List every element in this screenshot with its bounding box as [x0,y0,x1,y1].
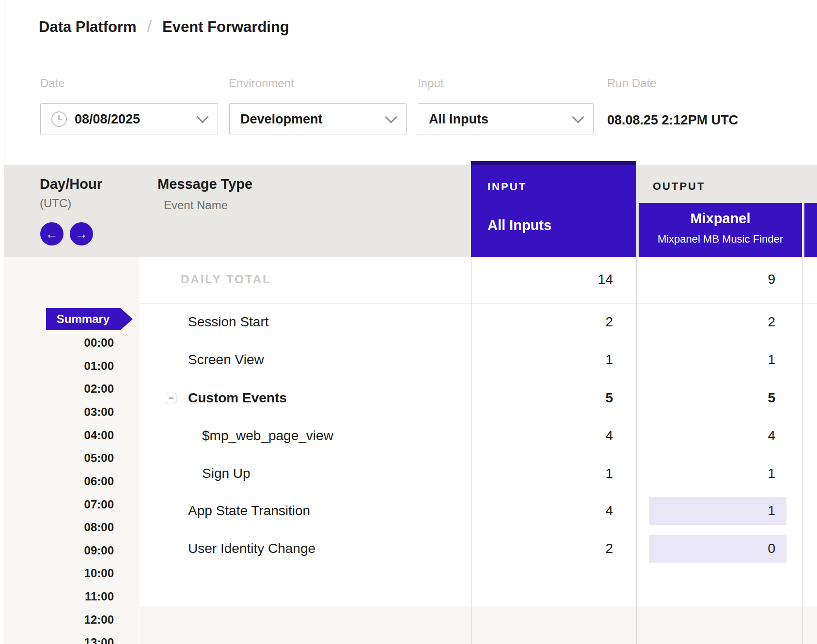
summary-badge-arrow [120,308,133,330]
row-label: Session Start [188,314,269,330]
date-filter-label: Date [40,77,65,90]
date-dropdown-value: 08/08/2025 [75,112,140,127]
row-label: $mp_web_page_view [202,428,333,444]
row-label: User Identity Change [188,541,315,556]
summary-badge-label: Summary [46,308,120,330]
hour-row-label[interactable]: 03:00 [4,405,114,419]
environment-filter-label: Environment [229,77,294,90]
row-label: App State Transition [188,503,310,519]
event-forwarding-page: Data Platform / Event Forwarding Date En… [0,0,817,644]
message-type-column-title: Message Type [157,176,252,192]
hour-row-label[interactable]: 02:00 [4,382,114,396]
row-output-value: 1 [637,503,775,519]
input-column-accent-strip [471,161,636,165]
hour-row-label[interactable]: 08:00 [4,521,114,534]
arrow-left-icon: ← [46,227,58,242]
header-divider [4,68,817,68]
breadcrumb-separator: / [147,17,152,36]
hour-row-label[interactable]: 04:00 [4,429,114,442]
hour-row-label[interactable]: 11:00 [4,590,114,603]
breadcrumb-section[interactable]: Data Platform [39,18,137,36]
row-output-value: 1 [637,466,775,481]
input-column-header[interactable]: INPUT All Inputs [471,161,636,257]
message-type-column-subtitle: Event Name [164,199,228,212]
hour-row-label[interactable]: 09:00 [4,544,114,557]
hour-row-label[interactable]: 05:00 [4,451,114,465]
collapse-minus-icon[interactable] [166,393,176,403]
date-dropdown[interactable]: 08/08/2025 [40,103,218,135]
input-group-label: INPUT [487,181,527,193]
chevron-down-icon [196,111,208,123]
environment-dropdown[interactable]: Development [229,103,407,135]
row-label: Sign Up [202,466,251,481]
page-title: Event Forwarding [162,18,289,36]
row-input-value: 2 [471,541,613,556]
hour-row-label[interactable]: 10:00 [4,567,114,580]
daily-total-input-value: 14 [471,272,613,287]
hour-row-label[interactable]: 13:00 [4,636,114,644]
chevron-down-icon [572,111,584,123]
daily-total-label: DAILY TOTAL [181,273,271,286]
row-input-value: 1 [471,466,613,481]
row-input-value: 4 [471,503,613,519]
row-input-value: 2 [471,314,613,330]
table-footer-band [140,606,817,644]
previous-day-button[interactable]: ← [40,222,63,245]
row-output-value: 0 [637,541,775,556]
row-label: Screen View [188,352,264,368]
hour-row-label[interactable]: 01:00 [4,359,114,373]
hour-row-label[interactable]: 00:00 [4,336,114,350]
day-hour-column-title: Day/Hour [40,176,102,192]
row-output-value: 1 [637,352,775,368]
day-hour-column-subtitle: (UTC) [40,197,71,210]
input-dropdown[interactable]: All Inputs [418,103,594,135]
run-date-label: Run Date [607,77,656,90]
hour-row-label[interactable]: 07:00 [4,498,114,511]
row-input-value: 5 [471,390,613,406]
arrow-right-icon: → [75,227,88,242]
environment-dropdown-value: Development [240,112,323,127]
input-column-name: All Inputs [487,217,551,233]
hour-row-label[interactable]: 06:00 [4,475,114,488]
run-date-value: 08.08.25 2:12PM UTC [607,113,738,128]
row-label: Custom Events [188,390,287,406]
breadcrumb: Data Platform / Event Forwarding [39,17,289,36]
next-day-button[interactable]: → [70,222,93,245]
row-input-value: 4 [471,428,613,444]
chevron-down-icon [385,111,397,123]
hour-row-label[interactable]: 12:00 [4,613,114,627]
output-group-label: OUTPUT [653,180,705,193]
clock-icon [51,111,67,127]
summary-row-badge[interactable]: Summary [46,308,133,330]
next-output-column-fragment [804,203,817,257]
row-output-value: 4 [637,428,775,444]
row-output-value: 5 [637,390,775,406]
output-column-name: Mixpanel [639,211,802,227]
output-column-header-mixpanel[interactable]: Mixpanel Mixpanel MB Music Finder [639,203,802,257]
column-divider-output-next [802,257,803,644]
row-output-value: 2 [637,314,775,330]
input-dropdown-value: All Inputs [429,112,488,127]
output-column-subtitle: Mixpanel MB Music Finder [639,233,802,245]
row-input-value: 1 [471,352,613,368]
daily-total-output-value: 9 [637,272,775,287]
input-filter-label: Input [418,77,443,90]
daily-total-separator [140,304,817,304]
